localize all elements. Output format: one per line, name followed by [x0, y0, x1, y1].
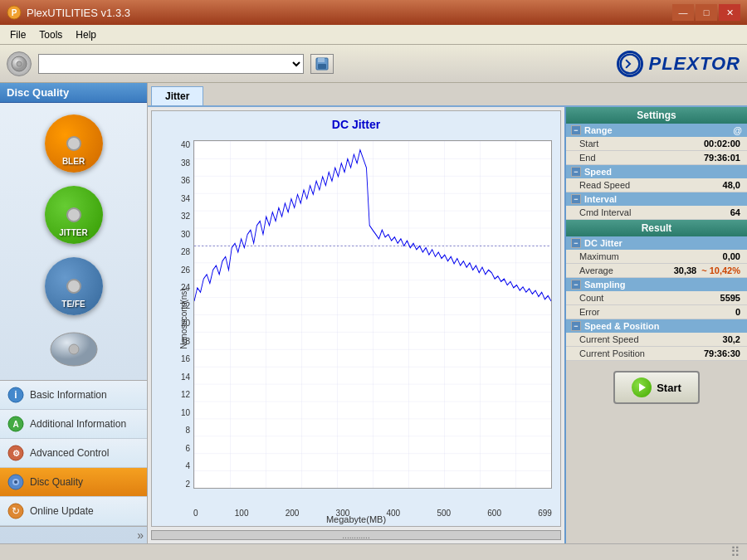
current-speed-row: Current Speed 30,2	[566, 333, 747, 347]
svg-text:i: i	[14, 389, 17, 401]
status-bar: ⠿	[0, 543, 747, 560]
tab-jitter[interactable]: Jitter	[151, 86, 203, 105]
menu-help[interactable]: Help	[69, 27, 103, 42]
dc-jitter-collapse-btn[interactable]: −	[571, 238, 581, 248]
plextor-circle-icon	[617, 51, 643, 77]
speed-read-row: Read Speed 48,0	[566, 178, 747, 192]
speed-collapse-btn[interactable]: −	[571, 167, 581, 177]
disc-quality-icon	[7, 473, 25, 491]
basic-info-icon: i	[7, 386, 25, 404]
disc-tefe-label: TE/FE	[61, 299, 85, 309]
chart-scrollbar[interactable]: ............	[151, 530, 561, 540]
interval-collapse-btn[interactable]: −	[571, 194, 581, 204]
start-label: Start	[657, 382, 681, 394]
svg-text:↻: ↻	[12, 505, 20, 517]
interval-group-header: − Interval	[566, 192, 747, 206]
title-bar: P PlexUTILITIES v1.3.3 — □ ✕	[0, 0, 747, 25]
sidebar-label-disc-quality: Disc Quality	[30, 476, 83, 488]
menu-file[interactable]: File	[3, 27, 32, 42]
speed-pos-collapse-btn[interactable]: −	[571, 321, 581, 331]
svg-text:⚙: ⚙	[12, 449, 20, 458]
start-play-icon	[632, 377, 652, 397]
svg-text:P: P	[12, 8, 17, 17]
sampling-error-row: Error 0	[566, 305, 747, 319]
online-update-icon: ↻	[7, 502, 25, 520]
y-axis-title: Nanosecond(ns)	[179, 288, 188, 348]
drive-select[interactable]: J:PLEXTOR DVDR PX-891SA 1.06	[38, 54, 304, 74]
speed-group-header: − Speed	[566, 165, 747, 178]
sampling-collapse-btn[interactable]: −	[571, 280, 581, 290]
chart-container: DC Jitter 40 38 36 34 32 30 28 26 24 22 …	[151, 110, 561, 527]
play-triangle	[639, 383, 646, 392]
disc-jitter-button[interactable]: JITTER	[45, 186, 103, 244]
svg-rect-6	[318, 64, 326, 69]
sidebar: Disc Quality BLER JITTER TE/FE	[0, 83, 148, 543]
right-panel: Settings − Range @ Start 00:02:00 End 79…	[564, 107, 747, 543]
chart-svg	[194, 141, 551, 488]
start-button-area: Start	[566, 361, 747, 414]
sidebar-item-additional-information[interactable]: A Additional Information	[0, 410, 147, 439]
nav-items: i Basic Information A Additional Informa…	[0, 380, 147, 526]
sidebar-expand-button[interactable]: »	[0, 526, 147, 543]
drive-icon	[7, 51, 32, 76]
svg-text:A: A	[12, 420, 18, 429]
disc-generic-icon[interactable]	[49, 329, 99, 370]
range-end-row: End 79:36:01	[566, 151, 747, 165]
svg-point-18	[14, 480, 17, 484]
resize-grip[interactable]: ⠿	[730, 544, 740, 560]
plextor-logo: PLEXTOR	[617, 51, 740, 77]
sidebar-item-basic-information[interactable]: i Basic Information	[0, 381, 147, 410]
sampling-count-row: Count 5595	[566, 291, 747, 305]
start-button[interactable]: Start	[613, 371, 700, 404]
plextor-text: PLEXTOR	[648, 53, 740, 75]
sidebar-label-basic: Basic Information	[30, 389, 107, 401]
sampling-group-header: − Sampling	[566, 278, 747, 291]
dc-jitter-avg-row: Average 30,38 ~ 10,42%	[566, 264, 747, 278]
settings-header: Settings	[566, 107, 747, 124]
sidebar-label-additional: Additional Information	[30, 418, 126, 430]
window-title: PlexUTILITIES v1.3.3	[27, 7, 130, 19]
interval-cmd-row: Cmd Interval 64	[566, 206, 747, 220]
menu-tools[interactable]: Tools	[32, 27, 69, 42]
minimize-button[interactable]: —	[672, 4, 694, 21]
disc-tefe-button[interactable]: TE/FE	[45, 257, 103, 315]
sidebar-header: Disc Quality	[0, 83, 147, 103]
additional-info-icon: A	[7, 415, 25, 433]
svg-rect-22	[194, 141, 551, 488]
disc-jitter-label: JITTER	[59, 228, 87, 237]
range-start-row: Start 00:02:00	[566, 137, 747, 151]
disc-bler-button[interactable]: BLER	[45, 114, 103, 173]
current-position-row: Current Position 79:36:30	[566, 347, 747, 361]
result-header: Result	[566, 220, 747, 236]
sidebar-label-advanced: Advanced Control	[30, 447, 109, 459]
speed-pos-group-header: − Speed & Position	[566, 319, 747, 333]
dc-jitter-group-header: − DC Jitter	[566, 236, 747, 250]
range-at-symbol: @	[733, 125, 742, 135]
svg-point-9	[69, 344, 79, 354]
disc-more-dots: ...........	[44, 373, 103, 380]
sidebar-label-online-update: Online Update	[30, 505, 94, 517]
close-button[interactable]: ✕	[719, 4, 740, 21]
save-button[interactable]	[310, 54, 334, 74]
sidebar-item-online-update[interactable]: ↻ Online Update	[0, 497, 147, 526]
dc-jitter-max-row: Maximum 0,00	[566, 250, 747, 264]
svg-point-3	[17, 61, 22, 66]
average-value: 30,38	[674, 265, 697, 275]
maximize-button[interactable]: □	[696, 4, 717, 21]
toolbar: J:PLEXTOR DVDR PX-891SA 1.06 PLEXTOR	[0, 45, 747, 83]
disc-bler-label: BLER	[62, 157, 85, 166]
range-collapse-btn[interactable]: −	[571, 125, 581, 135]
app-icon: P	[7, 5, 22, 20]
advanced-control-icon: ⚙	[7, 444, 25, 462]
chart-drawing-area	[193, 140, 552, 489]
tab-bar: Jitter	[148, 83, 747, 107]
svg-rect-5	[318, 58, 325, 62]
x-axis-title: Megabyte(MB)	[326, 514, 386, 524]
sidebar-item-disc-quality[interactable]: Disc Quality	[0, 468, 147, 497]
chart-panel: DC Jitter 40 38 36 34 32 30 28 26 24 22 …	[148, 107, 564, 543]
menu-bar: File Tools Help	[0, 25, 747, 45]
chart-title: DC Jitter	[152, 111, 560, 134]
average-percent: ~ 10,42%	[701, 265, 740, 275]
sidebar-item-advanced-control[interactable]: ⚙ Advanced Control	[0, 439, 147, 468]
range-group-header: − Range @	[566, 124, 747, 137]
